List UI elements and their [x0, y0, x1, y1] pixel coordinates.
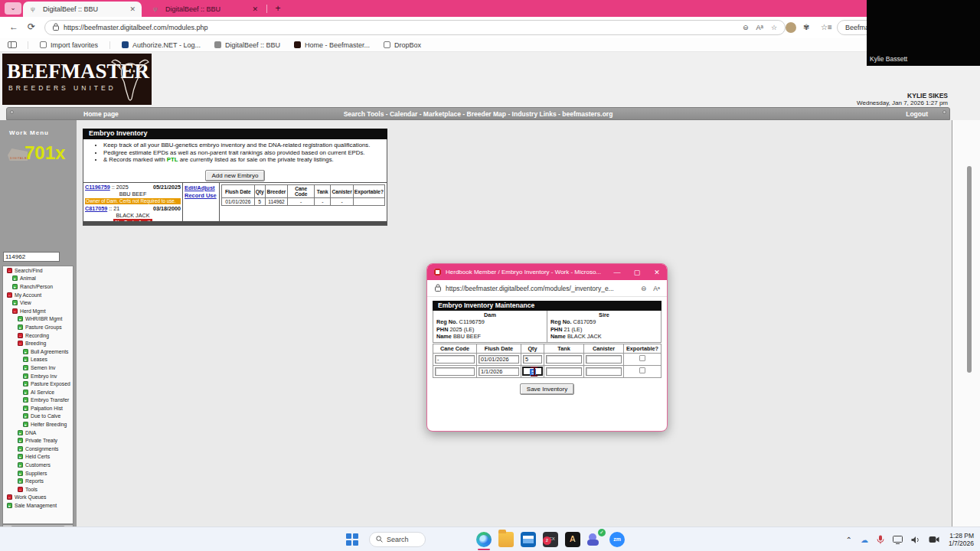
sidebar-item-work-queues[interactable]: −Work Queues — [3, 494, 73, 502]
expand-icon[interactable]: ▸ — [23, 373, 28, 379]
record-use-link[interactable]: Record Use — [185, 192, 217, 200]
refresh-button[interactable]: ⟳ — [28, 21, 35, 32]
zoom-app-icon[interactable]: zm — [609, 532, 625, 547]
close-button[interactable]: ✕ — [647, 269, 667, 276]
collapse-icon[interactable]: − — [7, 494, 12, 500]
popup-titlebar[interactable]: Herdbook Member / Embryo Inventory - Wor… — [427, 264, 667, 280]
sidebar-item-sale-management[interactable]: ▸Sale Management — [3, 501, 73, 510]
sidebar-item-whr-ibr-mgmt[interactable]: ▸WHR/IBR Mgmt — [3, 315, 73, 324]
sidebar-item-my-account[interactable]: −My Account — [3, 291, 73, 299]
sidebar-search-input[interactable] — [3, 252, 60, 262]
onedrive-icon[interactable]: ☁ — [861, 536, 868, 544]
sire-reg-link[interactable]: C817059 — [85, 205, 107, 212]
expand-icon[interactable]: ▸ — [23, 381, 28, 386]
sidebar-item-tools[interactable]: −Tools — [3, 485, 73, 494]
expand-icon[interactable]: ▸ — [18, 446, 23, 452]
sidebar-item-heifer-breeding[interactable]: ▸Heifer Breeding — [3, 420, 73, 429]
expand-icon[interactable]: ▸ — [23, 390, 28, 395]
collapse-icon[interactable]: − — [18, 333, 23, 338]
sidebar-item-dna[interactable]: ▸DNA — [3, 429, 73, 437]
notification-app-icon[interactable]: 3CX2 — [543, 532, 558, 547]
read-aloud-icon[interactable]: Aᵃ — [756, 24, 763, 31]
adobe-icon[interactable]: A — [565, 532, 580, 547]
collapse-icon[interactable]: − — [7, 268, 12, 273]
bookmark-item[interactable]: DigitalBeef :: BBU — [214, 41, 280, 49]
extensions-icon[interactable]: ✾ — [803, 23, 809, 31]
expand-icon[interactable]: ▸ — [23, 357, 28, 362]
zoom-out-icon[interactable]: ⊖ — [641, 285, 646, 292]
speaker-icon[interactable] — [911, 536, 920, 544]
sidebar-item-search-find[interactable]: −Search/Find — [3, 266, 73, 275]
save-inventory-button[interactable]: Save Inventory — [520, 383, 574, 395]
tab-digitalbeef-inactive[interactable]: ψ DigitalBeef :: BBU ✕ — [145, 2, 264, 17]
favorite-star-icon[interactable]: ☆ — [771, 24, 777, 31]
expand-icon[interactable]: ▸ — [18, 316, 23, 321]
sidebar-item-breeding[interactable]: −Breeding — [3, 339, 73, 347]
expand-icon[interactable]: ▸ — [23, 422, 28, 427]
start-button-icon[interactable] — [346, 533, 358, 546]
sidebar-item-pasture-exposed[interactable]: ▸Pasture Exposed — [3, 380, 73, 388]
new-tab-button[interactable]: + — [272, 2, 284, 15]
expand-icon[interactable]: ▸ — [12, 300, 18, 305]
sidebar-item-palpation-hist[interactable]: ▸Palpation Hist — [3, 404, 73, 412]
expand-icon[interactable]: ▸ — [18, 430, 23, 435]
logout-link[interactable]: Logout — [906, 110, 928, 118]
sidebar-item-embryo-inv[interactable]: ▸Embryo Inv — [3, 372, 73, 380]
read-aloud-icon[interactable]: Aᵃ — [653, 285, 660, 292]
sidebar-item-held-certs[interactable]: ▸Held Certs — [3, 453, 73, 461]
sidebar-item-animal[interactable]: ▸Animal — [3, 275, 73, 283]
site-avatar[interactable] — [786, 22, 796, 33]
sidebar-item-ai-service[interactable]: ▸AI Service — [3, 388, 73, 396]
bookmark-item[interactable]: Authorize.NET - Log... — [122, 41, 201, 49]
sidebar-item-ranch-person[interactable]: ▸Ranch/Person — [3, 282, 73, 291]
flush-date-input[interactable]: 1/1/2026 — [479, 367, 519, 376]
expand-icon[interactable]: ▸ — [12, 276, 18, 281]
back-button[interactable]: ← — [9, 21, 18, 32]
expand-icon[interactable]: ▸ — [18, 454, 23, 459]
tank-input[interactable] — [546, 367, 582, 376]
maximize-button[interactable]: ▢ — [627, 269, 647, 276]
sidebar-panel-icon[interactable] — [8, 41, 17, 48]
zoom-out-icon[interactable]: ⊖ — [743, 24, 749, 31]
expand-icon[interactable]: ▸ — [18, 471, 23, 476]
expand-icon[interactable]: ▸ — [12, 284, 18, 289]
tab-digitalbeef-active[interactable]: ψ DigitalBeef :: BBU ✕ — [23, 2, 142, 17]
sidebar-item-embryo-transfer[interactable]: ▸Embryo Transfer — [3, 396, 73, 405]
tray-chevron-icon[interactable]: ⌃ — [846, 536, 852, 544]
tank-input[interactable] — [546, 355, 582, 364]
edge-app-icon[interactable] — [476, 532, 492, 547]
page-scrollbar-thumb[interactable] — [967, 166, 972, 373]
tab-search-menu-button[interactable]: ⌄ — [5, 2, 21, 15]
sidebar-item-pasture-groups[interactable]: ▸Pasture Groups — [3, 323, 73, 331]
sidebar-item-semen-inv[interactable]: ▸Semen Inv — [3, 364, 73, 372]
sidebar-item-reports[interactable]: ▸Reports — [3, 477, 73, 485]
expand-icon[interactable]: ▸ — [23, 406, 28, 411]
sidebar-item-due-to-calve[interactable]: ▸Due to Calve — [3, 412, 73, 421]
exportable-checkbox[interactable] — [639, 367, 645, 373]
sidebar-item-customers[interactable]: ▸Customers — [3, 461, 73, 469]
qty-input[interactable]: 5 — [523, 355, 542, 364]
outlook-icon[interactable] — [521, 532, 536, 547]
dam-reg-link[interactable]: C1196759 — [85, 184, 110, 191]
flush-date-input[interactable]: 01/01/2026 — [479, 355, 519, 364]
camera-icon[interactable] — [929, 536, 939, 543]
navbar-links[interactable]: Search Tools - Calendar - Marketplace - … — [7, 110, 949, 118]
cane-code-input[interactable] — [435, 367, 475, 376]
bookmark-item[interactable]: Home - Beefmaster... — [294, 41, 370, 49]
home-page-link[interactable]: Home page — [83, 110, 119, 118]
bookmark-item[interactable]: DropBox — [384, 41, 421, 49]
collapse-icon[interactable]: − — [7, 292, 12, 298]
expand-icon[interactable]: ▸ — [23, 413, 28, 419]
minimize-button[interactable]: — — [607, 269, 627, 276]
edit-adjust-link[interactable]: Edit/Adjust — [185, 184, 217, 192]
collapse-icon[interactable]: − — [12, 308, 18, 314]
taskbar-clock[interactable]: 1:28 PM 1/7/2026 — [949, 532, 974, 547]
sidebar-item-view[interactable]: ▸View — [3, 298, 73, 307]
favorites-hub-icon[interactable]: ☆≡ — [821, 23, 832, 31]
sidebar-item-private-treaty[interactable]: ▸Private Treaty — [3, 436, 73, 445]
sidebar-item-suppliers[interactable]: ▸Suppliers — [3, 469, 73, 478]
canister-input[interactable] — [586, 367, 622, 376]
expand-icon[interactable]: ▸ — [18, 438, 23, 443]
add-new-embryo-button[interactable]: Add new Embryo — [205, 170, 266, 181]
taskbar-search[interactable]: Search — [369, 532, 426, 547]
